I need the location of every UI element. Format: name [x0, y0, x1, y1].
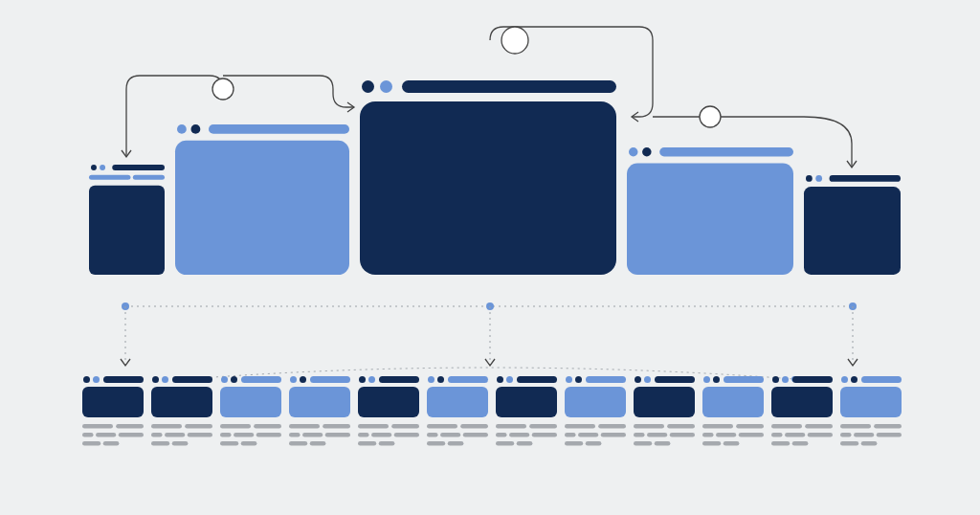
svg-rect-34	[82, 424, 113, 429]
svg-rect-47	[151, 433, 163, 437]
svg-rect-122	[634, 424, 664, 429]
svg-point-151	[841, 376, 848, 383]
svg-point-17	[629, 147, 637, 156]
svg-point-85	[428, 376, 434, 383]
svg-rect-73	[310, 441, 326, 446]
result-card	[220, 376, 281, 446]
svg-point-129	[703, 376, 710, 383]
svg-rect-24	[804, 187, 901, 275]
svg-rect-103	[509, 433, 529, 437]
browser-window	[804, 175, 901, 275]
svg-rect-45	[151, 424, 182, 429]
svg-rect-105	[496, 441, 514, 446]
svg-point-14	[380, 80, 392, 93]
svg-rect-58	[220, 433, 232, 437]
browser-window	[175, 124, 349, 275]
svg-rect-90	[460, 424, 488, 429]
svg-point-130	[713, 376, 720, 383]
svg-point-2	[700, 106, 721, 127]
svg-point-108	[575, 376, 582, 383]
svg-point-74	[359, 376, 366, 383]
svg-point-52	[221, 376, 228, 383]
svg-rect-137	[739, 433, 764, 437]
svg-rect-102	[496, 433, 507, 437]
svg-rect-88	[427, 387, 488, 417]
svg-rect-51	[172, 441, 189, 446]
result-card	[771, 376, 833, 446]
svg-rect-132	[702, 387, 764, 417]
svg-rect-12	[175, 141, 349, 275]
result-card	[840, 376, 902, 446]
svg-rect-68	[323, 424, 350, 429]
svg-rect-121	[634, 387, 695, 417]
svg-rect-77	[358, 387, 419, 417]
svg-rect-144	[771, 424, 802, 429]
svg-point-53	[231, 376, 237, 383]
svg-rect-125	[647, 433, 667, 437]
svg-rect-84	[379, 441, 395, 446]
svg-rect-93	[463, 433, 488, 437]
result-card	[427, 376, 488, 446]
flow-diagram	[0, 0, 980, 515]
svg-rect-160	[840, 441, 858, 446]
svg-rect-35	[116, 424, 144, 429]
svg-rect-94	[427, 441, 445, 446]
svg-rect-98	[517, 376, 557, 383]
svg-point-4	[100, 165, 105, 170]
svg-rect-111	[565, 424, 595, 429]
svg-rect-11	[209, 124, 349, 134]
svg-rect-104	[532, 433, 557, 437]
svg-rect-145	[805, 424, 833, 429]
result-card	[289, 376, 350, 446]
svg-rect-149	[771, 441, 790, 446]
svg-rect-40	[103, 441, 120, 446]
svg-point-141	[782, 376, 789, 383]
svg-rect-8	[89, 186, 165, 275]
svg-rect-112	[598, 424, 626, 429]
svg-rect-43	[172, 376, 212, 383]
svg-rect-82	[394, 433, 419, 437]
svg-rect-66	[289, 387, 350, 417]
result-card	[634, 376, 695, 446]
svg-rect-120	[655, 376, 695, 383]
svg-rect-124	[634, 433, 645, 437]
svg-point-152	[851, 376, 858, 383]
svg-rect-159	[877, 433, 902, 437]
svg-rect-123	[667, 424, 695, 429]
svg-rect-32	[103, 376, 144, 383]
svg-rect-142	[792, 376, 833, 383]
svg-rect-114	[578, 433, 598, 437]
svg-point-107	[566, 376, 572, 383]
svg-rect-154	[840, 387, 902, 417]
svg-rect-16	[360, 101, 616, 275]
svg-rect-55	[220, 387, 281, 417]
svg-point-63	[290, 376, 297, 383]
svg-rect-81	[371, 433, 391, 437]
svg-rect-5	[112, 165, 165, 170]
svg-rect-46	[185, 424, 212, 429]
svg-rect-54	[241, 376, 281, 383]
svg-rect-146	[771, 433, 783, 437]
svg-rect-150	[792, 441, 809, 446]
svg-rect-126	[670, 433, 695, 437]
browser-window	[627, 147, 793, 275]
svg-rect-89	[427, 424, 457, 429]
svg-rect-153	[861, 376, 902, 383]
svg-point-18	[642, 147, 651, 156]
svg-point-140	[772, 376, 779, 383]
svg-rect-134	[736, 424, 764, 429]
svg-rect-157	[840, 433, 852, 437]
svg-rect-33	[82, 387, 144, 417]
result-card	[565, 376, 626, 446]
svg-rect-161	[861, 441, 878, 446]
svg-rect-19	[659, 147, 793, 156]
svg-rect-148	[808, 433, 833, 437]
svg-rect-106	[517, 441, 533, 446]
svg-rect-20	[627, 163, 793, 275]
svg-rect-37	[96, 433, 116, 437]
browser-window	[360, 80, 616, 275]
svg-rect-6	[89, 175, 130, 180]
svg-rect-133	[702, 424, 733, 429]
svg-point-96	[497, 376, 503, 383]
svg-rect-113	[565, 433, 576, 437]
